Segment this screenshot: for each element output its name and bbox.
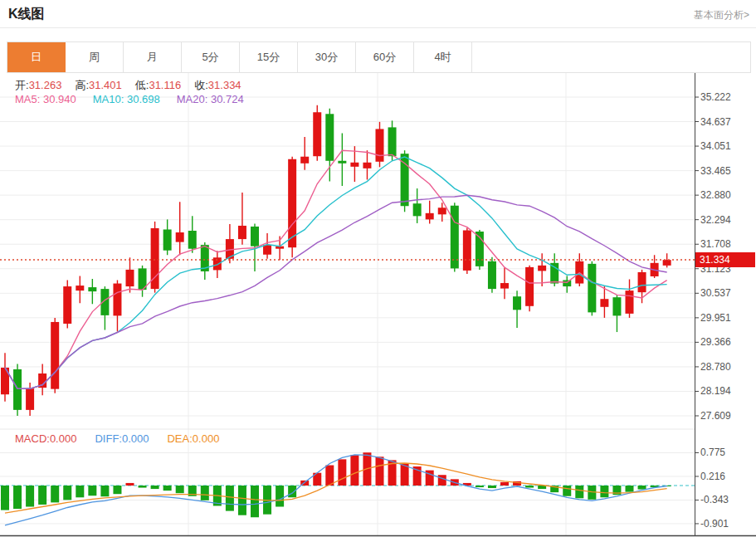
ma5-legend: MA5: 30.940 — [15, 93, 76, 105]
kline-page: 35.22234.63734.05133.46532.88032.29431.7… — [0, 0, 756, 537]
tab-60min[interactable]: 60分 — [356, 42, 414, 72]
svg-text:32.880: 32.880 — [700, 189, 731, 201]
macd-histogram-layer — [1, 452, 671, 517]
current-price-badge: 31.334 — [695, 252, 755, 267]
svg-text:28.780: 28.780 — [700, 361, 731, 373]
title-divider — [0, 27, 756, 28]
close-label: 收: — [194, 79, 208, 91]
ohlc-info-row: 开:31.263高:31.401低:31.116收:31.334 — [15, 78, 255, 93]
svg-text:29.951: 29.951 — [700, 312, 731, 324]
period-tabbar: 日周月5分15分30分60分4时 — [7, 41, 751, 73]
svg-text:31.708: 31.708 — [700, 238, 731, 250]
ma20-legend: MA20: 30.724 — [177, 93, 244, 105]
svg-text:30.537: 30.537 — [700, 287, 731, 299]
tabbar-filler — [472, 42, 750, 72]
macd-legend: MACD:0.000 — [15, 432, 76, 445]
tab-15min[interactable]: 15分 — [240, 42, 298, 72]
macd-info-row: MACD:0.000DIFF:0.000DEA:0.000 — [15, 432, 219, 445]
tab-week[interactable]: 周 — [66, 42, 124, 72]
tab-30min[interactable]: 30分 — [298, 42, 356, 72]
open-value: 31.263 — [29, 79, 62, 91]
svg-text:29.366: 29.366 — [700, 336, 731, 348]
ma-info-row: MA5: 30.940MA10: 30.698MA20: 30.724 — [15, 93, 244, 105]
low-label: 低: — [135, 79, 149, 91]
svg-text:34.051: 34.051 — [700, 140, 731, 152]
ma5-line — [5, 150, 667, 388]
dea-legend: DEA:0.000 — [167, 432, 219, 445]
fundamental-analysis-link[interactable]: 基本面分析> — [694, 8, 749, 22]
high-label: 高: — [75, 79, 89, 91]
tab-4hour[interactable]: 4时 — [414, 42, 472, 72]
low-value: 31.116 — [149, 79, 181, 91]
svg-text:-0.343: -0.343 — [700, 494, 729, 505]
svg-text:0.775: 0.775 — [700, 447, 725, 458]
close-value: 31.334 — [208, 79, 241, 91]
open-label: 开: — [15, 79, 29, 91]
svg-text:27.609: 27.609 — [700, 410, 731, 422]
ma10-line — [5, 157, 667, 388]
svg-text:34.637: 34.637 — [700, 116, 731, 128]
page-title: K线图 — [8, 6, 45, 23]
tab-day[interactable]: 日 — [7, 42, 66, 72]
high-value: 31.401 — [89, 79, 122, 91]
svg-text:0.216: 0.216 — [700, 471, 725, 482]
ma10-legend: MA10: 30.698 — [93, 93, 160, 105]
candles-layer — [1, 105, 671, 416]
tab-5min[interactable]: 5分 — [182, 42, 240, 72]
svg-text:33.465: 33.465 — [700, 165, 731, 177]
svg-text:28.194: 28.194 — [700, 385, 731, 397]
svg-text:32.294: 32.294 — [700, 214, 731, 226]
y-axis-labels: 35.22234.63734.05133.46532.88032.29431.7… — [695, 91, 731, 530]
svg-text:-0.901: -0.901 — [700, 518, 729, 530]
svg-text:35.222: 35.222 — [700, 91, 731, 103]
tab-month[interactable]: 月 — [124, 42, 182, 72]
diff-legend: DIFF:0.000 — [95, 432, 149, 445]
